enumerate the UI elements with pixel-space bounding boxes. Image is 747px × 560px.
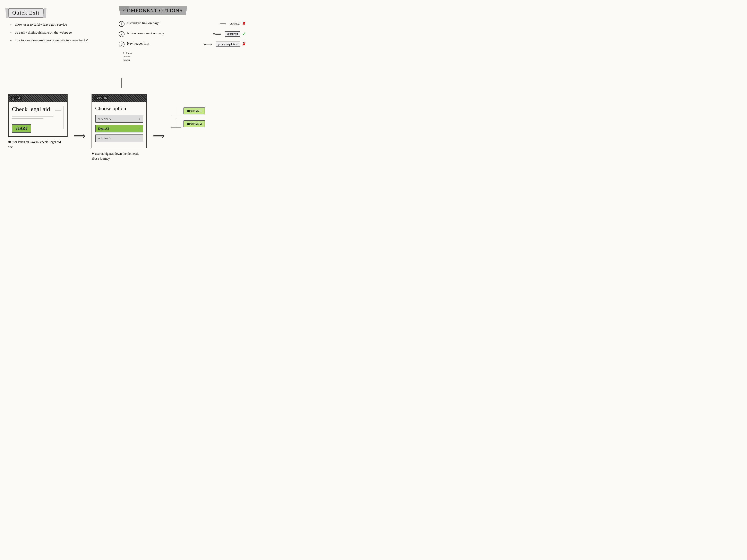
gov-nav-example: gov.uk m quickexit: [215, 42, 240, 47]
option-arrow-2: =⟹: [213, 31, 221, 36]
design2-row: DESIGN 2: [171, 119, 205, 128]
vertical-connector: [122, 78, 122, 88]
wireframe2-header: GOV.UK: [92, 95, 147, 102]
wireframe-2: GOV.UK Choose option ∿∿∿∿∿ › Dom.AB › ∿∿…: [92, 94, 147, 149]
wireframe1-header-label: gov.uk: [11, 96, 22, 100]
flow-arrow-2: ⟹: [153, 131, 165, 141]
connector-h2: [171, 128, 181, 128]
connector-mid: [176, 119, 176, 128]
wireframe2-option-3: ∿∿∿∿∿ ›: [95, 134, 143, 142]
option-num-1: 1: [119, 21, 125, 27]
option-row-3: 3 Nav header link =⟹ gov.uk m quickexit …: [119, 41, 246, 47]
wireframe-section: gov.uk Check legal aid START user lands …: [8, 94, 718, 161]
connector-h1: [171, 115, 181, 115]
design-choices-section: DESIGN 1 DESIGN 2: [171, 106, 205, 128]
wireframe1-line-2: [12, 118, 43, 119]
option-text-3: Nav header link: [127, 41, 200, 46]
wireframe2-header-label: GOV.UK: [95, 96, 108, 100]
wireframe1-header: gov.uk: [8, 95, 67, 102]
option-item-arrow-1: ›: [139, 117, 140, 121]
option-result-3: gov.uk m quickexit ✗: [215, 42, 246, 47]
option-arrow-3: =⟹: [204, 42, 212, 47]
wireframe1-sidebar-icons: [55, 109, 61, 111]
gov-nav-text: gov.uk: [218, 43, 225, 46]
wireframe1-line-1: [12, 116, 53, 116]
verdict-check-2: ✓: [242, 31, 246, 37]
option-item-text-3: ∿∿∿∿∿: [98, 136, 111, 140]
wireframe2-option-2: Dom.AB ›: [95, 125, 143, 132]
design1-row: DESIGN 1: [171, 106, 205, 115]
option-text-2: button component on page: [127, 31, 209, 36]
option-item-arrow-2: ›: [139, 127, 140, 130]
bullet-item-3: link to a random ambiguous website to 'c…: [10, 38, 94, 43]
option-num-3: 3: [119, 42, 125, 47]
wireframe2-body: Choose option ∿∿∿∿∿ › Dom.AB › ∿∿∿∿∿ ›: [92, 102, 147, 148]
flow-arrow-1: ⟹: [74, 131, 85, 141]
option-item-text-1: ∿∿∿∿∿: [98, 117, 111, 121]
option-num-2: 2: [119, 31, 125, 37]
gov-nav-quickexit: m quickexit: [226, 43, 238, 46]
quick-exit-section: Quick Exit allow user to safely leave go…: [8, 8, 94, 46]
verdict-x-1: ✗: [242, 21, 246, 26]
whiteboard: Quick Exit allow user to safely leave go…: [0, 0, 747, 560]
wireframe-1: gov.uk Check legal aid START: [8, 94, 68, 137]
option-row-1: 1 a standard link on page =⟹ quickexit ✗: [119, 21, 246, 27]
quickexit-link: quickexit: [230, 22, 240, 25]
bullet-item-2: be easily distinguishable on the webpage: [10, 30, 94, 35]
quick-exit-title: Quick Exit: [12, 10, 40, 16]
wireframe2-option-1: ∿∿∿∿∿ ›: [95, 115, 143, 123]
connector-top: [176, 106, 176, 115]
component-options-banner: COMPONENT OPTIONS: [119, 6, 187, 15]
wireframe1-sidebar-line: [63, 106, 63, 129]
wireframe2-note: ✱ user navigates down the domestic abuse…: [92, 151, 147, 161]
quick-exit-banner: Quick Exit: [8, 8, 44, 18]
component-options-section: COMPONENT OPTIONS 1 a standard link on p…: [119, 6, 246, 62]
quickexit-button: quickexit: [225, 31, 240, 37]
wireframe2-title: Choose option: [95, 105, 143, 111]
option-text-1: a standard link on page: [127, 21, 214, 26]
design1-label: DESIGN 1: [183, 107, 205, 114]
design2-label: DESIGN 2: [183, 121, 205, 127]
blocks-note: ↑ blocksgov.ukbanner: [123, 51, 246, 62]
option-result-1: quickexit ✗: [230, 21, 246, 26]
option-item-arrow-3: ›: [139, 136, 140, 140]
bullet-item-1: allow user to safely leave gov service: [10, 22, 94, 27]
start-button[interactable]: START: [12, 124, 31, 133]
wireframe1-body: Check legal aid START: [8, 102, 67, 136]
quick-exit-bullets: allow user to safely leave gov service b…: [8, 22, 94, 43]
wireframe1-note: user lands on Gov.uk check Legal aid sit…: [8, 140, 66, 150]
option-item-text-2: Dom.AB: [98, 127, 109, 130]
option-arrow-1: =⟹: [218, 21, 226, 26]
option-row-2: 2 button component on page =⟹ quickexit …: [119, 31, 246, 37]
component-options-title: COMPONENT OPTIONS: [123, 8, 183, 13]
verdict-x-3: ✗: [242, 42, 246, 47]
option-result-2: quickexit ✓: [225, 31, 246, 37]
